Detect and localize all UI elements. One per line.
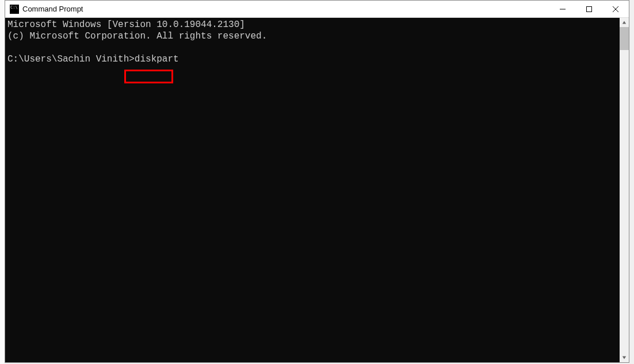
minimize-button[interactable] — [549, 1, 576, 17]
maximize-button[interactable] — [576, 1, 602, 17]
window-controls — [549, 1, 629, 17]
scroll-down-arrow-icon[interactable] — [620, 353, 629, 362]
cmd-icon — [10, 5, 19, 14]
svg-marker-4 — [622, 21, 626, 24]
close-button[interactable] — [602, 1, 629, 17]
window-title: Command Prompt — [22, 5, 83, 13]
terminal-area: Microsoft Windows [Version 10.0.19044.21… — [5, 18, 629, 362]
scroll-track[interactable] — [620, 27, 629, 353]
svg-marker-5 — [622, 357, 626, 359]
titlebar[interactable]: Command Prompt — [5, 1, 629, 18]
close-icon — [613, 6, 618, 12]
copyright-line: (c) Microsoft Corporation. All rights re… — [7, 31, 267, 41]
version-line: Microsoft Windows [Version 10.0.19044.21… — [7, 20, 245, 30]
maximize-icon — [586, 6, 592, 12]
prompt-path: C:\Users\Sachin Vinith> — [7, 54, 135, 64]
scroll-thumb[interactable] — [620, 27, 629, 50]
command-text: diskpart — [135, 54, 179, 64]
svg-rect-1 — [587, 6, 592, 12]
terminal-output[interactable]: Microsoft Windows [Version 10.0.19044.21… — [5, 18, 620, 362]
vertical-scrollbar[interactable] — [620, 18, 629, 362]
minimize-icon — [560, 6, 566, 12]
scroll-up-arrow-icon[interactable] — [620, 18, 629, 27]
command-prompt-window: Command Prompt Microsoft Windows [Versio… — [5, 0, 629, 363]
page-background-sliver — [0, 0, 5, 364]
